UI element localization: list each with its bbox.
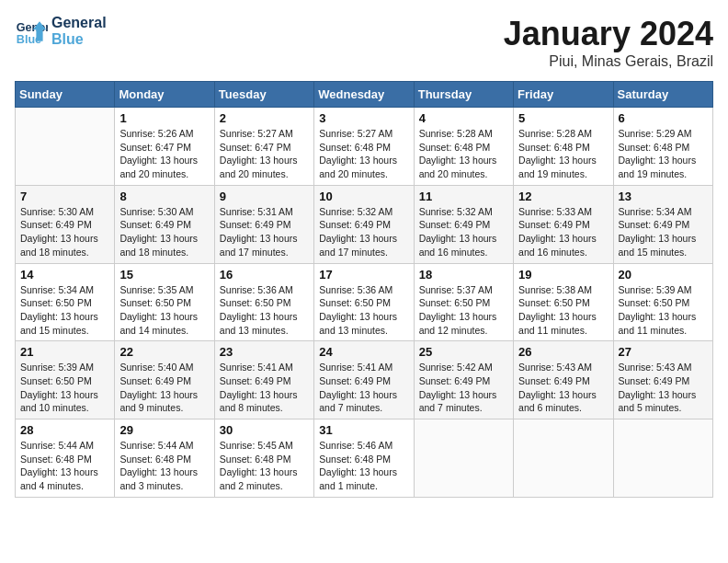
weekday-header-tuesday: Tuesday (214, 82, 313, 108)
calendar-week-4: 28Sunrise: 5:44 AMSunset: 6:48 PMDayligh… (16, 419, 713, 498)
day-info: Sunrise: 5:43 AMSunset: 6:49 PMDaylight:… (619, 361, 708, 415)
weekday-header-friday: Friday (514, 82, 613, 108)
day-info: Sunrise: 5:45 AMSunset: 6:48 PMDaylight:… (220, 439, 309, 493)
calendar-cell: 14Sunrise: 5:34 AMSunset: 6:50 PMDayligh… (16, 263, 115, 341)
day-number: 4 (419, 111, 508, 125)
calendar-cell: 29Sunrise: 5:44 AMSunset: 6:48 PMDayligh… (115, 419, 214, 498)
day-info: Sunrise: 5:33 AMSunset: 6:49 PMDaylight:… (518, 205, 608, 259)
day-info: Sunrise: 5:39 AMSunset: 6:50 PMDaylight:… (619, 283, 708, 338)
calendar-cell: 1Sunrise: 5:26 AMSunset: 6:47 PMDaylight… (115, 108, 214, 186)
calendar-cell (414, 419, 513, 498)
logo-general: General (51, 15, 107, 31)
calendar-cell: 9Sunrise: 5:31 AMSunset: 6:49 PMDaylight… (214, 185, 313, 263)
calendar-cell: 19Sunrise: 5:38 AMSunset: 6:50 PMDayligh… (514, 263, 613, 341)
calendar-cell: 2Sunrise: 5:27 AMSunset: 6:47 PMDaylight… (214, 108, 313, 186)
calendar-week-0: 1Sunrise: 5:26 AMSunset: 6:47 PMDaylight… (16, 108, 713, 186)
calendar-week-2: 14Sunrise: 5:34 AMSunset: 6:50 PMDayligh… (16, 263, 713, 341)
day-number: 9 (220, 190, 309, 203)
day-info: Sunrise: 5:27 AMSunset: 6:47 PMDaylight:… (220, 127, 309, 181)
calendar-title: January 2024 (504, 15, 713, 53)
calendar-cell: 6Sunrise: 5:29 AMSunset: 6:48 PMDaylight… (613, 108, 712, 186)
day-number: 29 (119, 423, 209, 437)
calendar-cell: 10Sunrise: 5:32 AMSunset: 6:49 PMDayligh… (314, 185, 414, 263)
calendar-cell (514, 419, 613, 498)
calendar-cell: 31Sunrise: 5:46 AMSunset: 6:48 PMDayligh… (314, 419, 414, 498)
calendar-cell: 22Sunrise: 5:40 AMSunset: 6:49 PMDayligh… (115, 341, 214, 419)
calendar-cell: 15Sunrise: 5:35 AMSunset: 6:50 PMDayligh… (115, 263, 214, 341)
calendar-cell: 5Sunrise: 5:28 AMSunset: 6:48 PMDaylight… (514, 108, 613, 186)
day-number: 27 (619, 345, 708, 359)
weekday-header-wednesday: Wednesday (314, 82, 414, 108)
calendar-cell: 4Sunrise: 5:28 AMSunset: 6:48 PMDaylight… (414, 108, 513, 186)
day-number: 6 (619, 111, 708, 125)
day-info: Sunrise: 5:34 AMSunset: 6:50 PMDaylight:… (20, 283, 109, 338)
calendar-cell: 26Sunrise: 5:43 AMSunset: 6:49 PMDayligh… (514, 341, 613, 419)
logo-blue: Blue (51, 31, 107, 48)
day-number: 11 (419, 190, 508, 203)
day-number: 28 (20, 423, 109, 437)
calendar-cell: 23Sunrise: 5:41 AMSunset: 6:49 PMDayligh… (214, 341, 313, 419)
day-info: Sunrise: 5:44 AMSunset: 6:48 PMDaylight:… (20, 439, 109, 493)
day-info: Sunrise: 5:44 AMSunset: 6:48 PMDaylight:… (119, 439, 209, 493)
day-number: 25 (419, 345, 508, 359)
day-number: 2 (220, 111, 309, 125)
day-info: Sunrise: 5:41 AMSunset: 6:49 PMDaylight:… (220, 361, 309, 415)
title-area: January 2024 Piui, Minas Gerais, Brazil (504, 15, 713, 70)
day-number: 24 (319, 345, 408, 359)
day-info: Sunrise: 5:36 AMSunset: 6:50 PMDaylight:… (319, 283, 408, 338)
day-info: Sunrise: 5:30 AMSunset: 6:49 PMDaylight:… (119, 205, 209, 259)
day-info: Sunrise: 5:26 AMSunset: 6:47 PMDaylight:… (119, 127, 209, 181)
day-number: 30 (220, 423, 309, 437)
day-info: Sunrise: 5:34 AMSunset: 6:49 PMDaylight:… (619, 205, 708, 259)
calendar-cell: 24Sunrise: 5:41 AMSunset: 6:49 PMDayligh… (314, 341, 414, 419)
day-info: Sunrise: 5:29 AMSunset: 6:48 PMDaylight:… (619, 127, 708, 181)
calendar-cell (16, 108, 115, 186)
calendar-cell: 20Sunrise: 5:39 AMSunset: 6:50 PMDayligh… (613, 263, 712, 341)
day-info: Sunrise: 5:39 AMSunset: 6:50 PMDaylight:… (20, 361, 109, 415)
day-number: 19 (518, 268, 608, 282)
calendar-cell (613, 419, 712, 498)
day-info: Sunrise: 5:36 AMSunset: 6:50 PMDaylight:… (220, 283, 309, 338)
calendar-cell: 18Sunrise: 5:37 AMSunset: 6:50 PMDayligh… (414, 263, 513, 341)
day-number: 13 (619, 190, 708, 203)
day-info: Sunrise: 5:42 AMSunset: 6:49 PMDaylight:… (419, 361, 508, 415)
day-number: 26 (518, 345, 608, 359)
calendar-subtitle: Piui, Minas Gerais, Brazil (504, 53, 713, 70)
day-info: Sunrise: 5:38 AMSunset: 6:50 PMDaylight:… (518, 283, 608, 338)
weekday-header-row: SundayMondayTuesdayWednesdayThursdayFrid… (16, 82, 713, 108)
day-number: 15 (119, 268, 209, 282)
logo: General Blue General Blue (15, 15, 107, 48)
day-number: 8 (119, 190, 209, 203)
calendar-cell: 27Sunrise: 5:43 AMSunset: 6:49 PMDayligh… (613, 341, 712, 419)
day-number: 12 (518, 190, 608, 203)
day-number: 3 (319, 111, 408, 125)
weekday-header-monday: Monday (115, 82, 214, 108)
day-number: 31 (319, 423, 408, 437)
calendar-cell: 28Sunrise: 5:44 AMSunset: 6:48 PMDayligh… (16, 419, 115, 498)
calendar-cell: 16Sunrise: 5:36 AMSunset: 6:50 PMDayligh… (214, 263, 313, 341)
day-info: Sunrise: 5:27 AMSunset: 6:48 PMDaylight:… (319, 127, 408, 181)
day-info: Sunrise: 5:30 AMSunset: 6:49 PMDaylight:… (20, 205, 109, 259)
day-info: Sunrise: 5:28 AMSunset: 6:48 PMDaylight:… (518, 127, 608, 181)
day-number: 18 (419, 268, 508, 282)
calendar-cell: 13Sunrise: 5:34 AMSunset: 6:49 PMDayligh… (613, 185, 712, 263)
calendar-table: SundayMondayTuesdayWednesdayThursdayFrid… (15, 81, 713, 498)
day-info: Sunrise: 5:32 AMSunset: 6:49 PMDaylight:… (419, 205, 508, 259)
day-number: 5 (518, 111, 608, 125)
weekday-header-saturday: Saturday (613, 82, 712, 108)
day-info: Sunrise: 5:32 AMSunset: 6:49 PMDaylight:… (319, 205, 408, 259)
day-number: 23 (220, 345, 309, 359)
calendar-cell: 17Sunrise: 5:36 AMSunset: 6:50 PMDayligh… (314, 263, 414, 341)
calendar-cell: 30Sunrise: 5:45 AMSunset: 6:48 PMDayligh… (214, 419, 313, 498)
day-info: Sunrise: 5:41 AMSunset: 6:49 PMDaylight:… (319, 361, 408, 415)
day-info: Sunrise: 5:40 AMSunset: 6:49 PMDaylight:… (119, 361, 209, 415)
calendar-cell: 12Sunrise: 5:33 AMSunset: 6:49 PMDayligh… (514, 185, 613, 263)
day-info: Sunrise: 5:46 AMSunset: 6:48 PMDaylight:… (319, 439, 408, 493)
day-number: 10 (319, 190, 408, 203)
logo-icon: General Blue (15, 15, 48, 48)
day-number: 20 (619, 268, 708, 282)
day-number: 16 (220, 268, 309, 282)
calendar-cell: 11Sunrise: 5:32 AMSunset: 6:49 PMDayligh… (414, 185, 513, 263)
day-info: Sunrise: 5:31 AMSunset: 6:49 PMDaylight:… (220, 205, 309, 259)
calendar-week-3: 21Sunrise: 5:39 AMSunset: 6:50 PMDayligh… (16, 341, 713, 419)
